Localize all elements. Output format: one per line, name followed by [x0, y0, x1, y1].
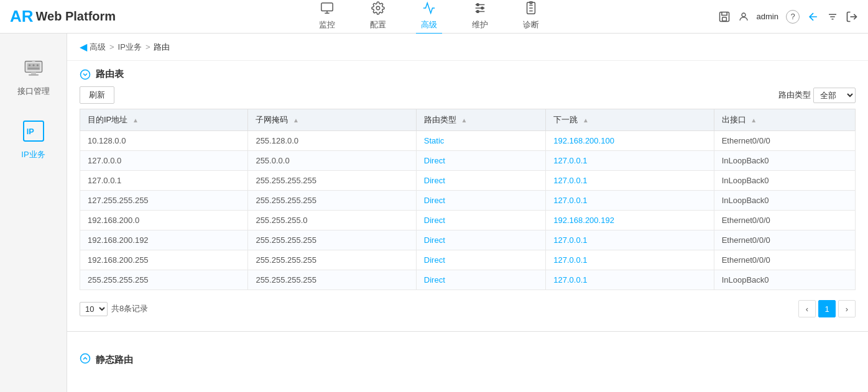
logo-text: Web Platform — [36, 9, 116, 24]
cell-dest_ip: 127.255.255.255 — [80, 191, 248, 211]
refresh-button[interactable]: 刷新 — [80, 86, 114, 104]
route-table: 目的IP地址 ▲子网掩码 ▲路由类型 ▲下一跳 ▲出接口 ▲ 10.128.0.… — [80, 109, 856, 290]
breadcrumb-back-arrow[interactable]: ◀ — [80, 41, 87, 53]
cell-dest_ip: 192.168.200.192 — [80, 230, 248, 250]
breadcrumb: ◀ 高级 > IP业务 > 路由 — [67, 34, 868, 61]
cell-subnet_mask: 255.255.255.0 — [248, 211, 416, 230]
user-icon[interactable] — [738, 11, 749, 22]
cell-subnet_mask: 255.255.255.255 — [248, 171, 416, 191]
pagination-left: 10 20 50 共8条记录 — [80, 302, 148, 316]
svg-rect-0 — [321, 3, 333, 11]
prev-page-button[interactable]: ‹ — [798, 300, 816, 317]
route-table-thead: 目的IP地址 ▲子网掩码 ▲路由类型 ▲下一跳 ▲出接口 ▲ — [80, 109, 856, 131]
table-row: 127.0.0.1255.255.255.255Direct127.0.0.1I… — [80, 171, 856, 191]
cell-route_type: Direct — [416, 191, 545, 211]
cell-dest_ip: 127.0.0.0 — [80, 151, 248, 171]
save-icon[interactable] — [718, 11, 731, 23]
svg-point-8 — [481, 7, 484, 9]
main-layout: 接口管理 IP IP业务 ◀ 高级 > IP业务 > 路由 — [0, 34, 868, 392]
cell-route_type: Direct — [416, 171, 545, 191]
svg-text:IP: IP — [26, 127, 34, 136]
nav-item-advanced[interactable]: 高级 — [416, 0, 442, 34]
config-nav-icon — [371, 1, 385, 18]
breadcrumb-sep-1: > — [109, 42, 114, 52]
cell-next_hop: 127.0.0.1 — [546, 250, 714, 270]
svg-point-26 — [32, 64, 34, 66]
cell-route_type: Direct — [416, 230, 545, 250]
svg-point-3 — [377, 6, 381, 10]
sort-arrow-next_hop: ▲ — [583, 117, 589, 124]
cell-out_port: InLoopBack0 — [714, 270, 855, 290]
cell-route_type: Direct — [416, 270, 545, 290]
sidebar-item-interface[interactable]: 接口管理 — [6, 46, 62, 103]
cell-dest_ip: 10.128.0.0 — [80, 131, 248, 151]
static-route-collapse-btn[interactable] — [80, 353, 91, 367]
table-row: 192.168.200.255255.255.255.255Direct127.… — [80, 250, 856, 270]
monitor-nav-icon — [320, 1, 334, 18]
cell-dest_ip: 192.168.200.255 — [80, 250, 248, 270]
breadcrumb-current: 路由 — [154, 42, 170, 53]
nav-item-monitor[interactable]: 监控 — [314, 0, 340, 34]
cell-dest_ip: 255.255.255.255 — [80, 270, 248, 290]
logo-ar: AR — [10, 7, 34, 26]
cell-next_hop: 127.0.0.1 — [546, 151, 714, 171]
next-page-button[interactable]: › — [838, 300, 856, 317]
table-row: 192.168.200.0255.255.255.0Direct192.168.… — [80, 211, 856, 230]
sidebar-item-ip[interactable]: IP IP业务 — [6, 109, 62, 166]
col-header-next_hop[interactable]: 下一跳 ▲ — [546, 109, 714, 131]
header-right: admin ? — [718, 10, 858, 24]
interface-icon — [18, 52, 49, 83]
cell-route_type: Direct — [416, 250, 545, 270]
breadcrumb-advanced[interactable]: 高级 — [90, 42, 106, 53]
col-header-dest_ip[interactable]: 目的IP地址 ▲ — [80, 109, 248, 131]
section-divider — [67, 331, 868, 332]
sort-arrow-dest_ip: ▲ — [132, 117, 139, 124]
diagnose-nav-label: 诊断 — [523, 19, 539, 30]
svg-rect-23 — [29, 74, 39, 75]
route-type-filter[interactable]: 全部 Static Direct — [813, 88, 856, 103]
sort-arrow-out_port: ▲ — [750, 117, 757, 124]
total-records: 共8条记录 — [111, 303, 148, 314]
help-icon[interactable]: ? — [786, 10, 800, 24]
svg-point-31 — [81, 70, 90, 79]
ip-icon: IP — [18, 116, 49, 147]
table-row: 255.255.255.255255.255.255.255Direct127.… — [80, 270, 856, 290]
page-size-select[interactable]: 10 20 50 — [80, 302, 108, 316]
route-table-header: 路由表 — [80, 68, 856, 80]
advanced-nav-label: 高级 — [421, 19, 437, 30]
logout-icon[interactable] — [846, 11, 858, 23]
breadcrumb-sep-2: > — [145, 42, 150, 52]
col-header-route_type[interactable]: 路由类型 ▲ — [416, 109, 545, 131]
sort-arrow-route_type: ▲ — [461, 117, 467, 124]
nav-item-diagnose[interactable]: 诊断 — [518, 0, 544, 34]
svg-point-25 — [29, 64, 30, 66]
cell-next_hop: 127.0.0.1 — [546, 270, 714, 290]
cell-out_port: InLoopBack0 — [714, 171, 855, 191]
filter-icon[interactable] — [827, 11, 838, 22]
cell-dest_ip: 192.168.200.0 — [80, 211, 248, 230]
cell-subnet_mask: 255.255.255.255 — [248, 270, 416, 290]
col-header-subnet_mask[interactable]: 子网掩码 ▲ — [248, 109, 416, 131]
breadcrumb-ip[interactable]: IP业务 — [118, 42, 142, 53]
nav-item-config[interactable]: 配置 — [365, 0, 391, 34]
nav-item-maintain[interactable]: 维护 — [467, 0, 493, 34]
svg-rect-14 — [722, 17, 726, 21]
route-table-collapse-btn[interactable] — [80, 69, 91, 80]
route-table-body: 10.128.0.0255.128.0.0Static192.168.200.1… — [80, 131, 856, 290]
col-header-out_port[interactable]: 出接口 ▲ — [714, 109, 855, 131]
static-route-title: 静态路由 — [96, 354, 133, 366]
table-row: 127.255.255.255255.255.255.255Direct127.… — [80, 191, 856, 211]
content-area: ◀ 高级 > IP业务 > 路由 路由表 刷新 — [67, 34, 868, 392]
main-nav: 监控配置高级维护诊断 — [141, 0, 718, 34]
cell-out_port: InLoopBack0 — [714, 151, 855, 171]
cell-dest_ip: 127.0.0.1 — [80, 171, 248, 191]
table-row: 127.0.0.0255.0.0.0Direct127.0.0.1InLoopB… — [80, 151, 856, 171]
svg-rect-13 — [719, 12, 729, 21]
cell-subnet_mask: 255.128.0.0 — [248, 131, 416, 151]
route-table-section: 路由表 刷新 路由类型 全部 Static Direct — [67, 61, 868, 329]
page-1-button[interactable]: 1 — [818, 300, 836, 317]
pagination-right: ‹ 1 › — [798, 300, 856, 317]
back-icon[interactable] — [807, 11, 820, 23]
cell-out_port: InLoopBack0 — [714, 191, 855, 211]
cell-route_type: Static — [416, 131, 545, 151]
